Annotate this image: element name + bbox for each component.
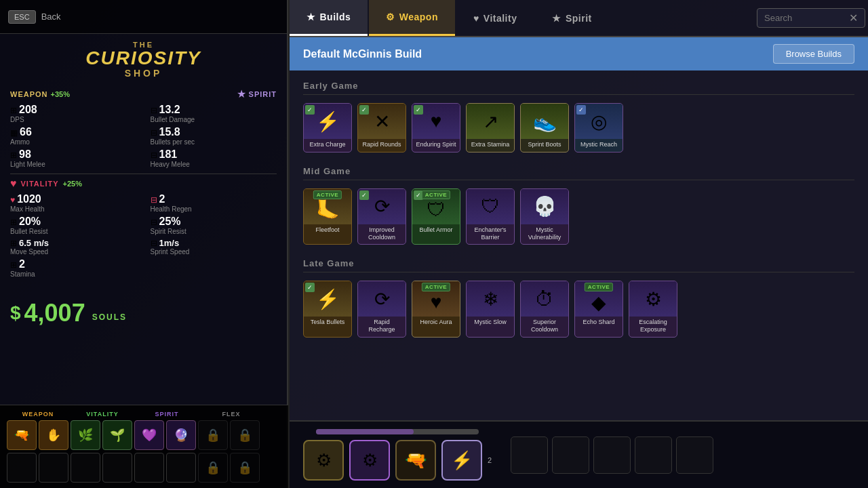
- extra-stamina-icon: ↗: [467, 104, 514, 139]
- vitality-tab-label: Vitality: [484, 13, 517, 24]
- weapon-slot-1[interactable]: 🔫: [7, 420, 37, 450]
- sprint-speed-label: Sprint Speed: [151, 248, 277, 256]
- empty-slot-3[interactable]: [593, 436, 631, 474]
- sprint-speed-value: 1m/s: [159, 238, 180, 248]
- stamina-stat: ⊞ 2 Stamina: [10, 258, 137, 278]
- back-link[interactable]: Back: [41, 12, 61, 22]
- esc-button[interactable]: ESC: [8, 10, 36, 24]
- weapon-empty-slot-1[interactable]: [7, 453, 37, 483]
- vitality-empty-slot-1[interactable]: [71, 453, 100, 483]
- item-tesla-bullets[interactable]: ✓ ⚡ Tesla Bullets: [303, 281, 352, 338]
- item-mystic-reach[interactable]: ✓ ◎ Mystic Reach: [574, 103, 623, 152]
- tab-vitality[interactable]: ♥ Vitality: [456, 0, 534, 36]
- max-health-value: 1020: [17, 193, 41, 205]
- empty-slot-5[interactable]: [676, 436, 713, 474]
- souls-value: 4,007: [24, 299, 85, 327]
- item-enchanters-barrier[interactable]: 🛡 Enchanter's Barrier: [466, 188, 515, 245]
- vitality-category-label: VITALITY: [71, 411, 134, 418]
- souls-amount: $ 4,007 SOULS: [10, 299, 277, 327]
- flex-empty-slot-1[interactable]: 🔒: [198, 453, 228, 483]
- light-melee-value: 98: [19, 148, 31, 161]
- item-enduring-spirit[interactable]: ✓ ♥ Enduring Spirit: [412, 103, 460, 152]
- item-mystic-slow[interactable]: ❄ Mystic Slow: [466, 281, 515, 338]
- action-bar: ⚙ ⚙ 🔫 ⚡ 2: [290, 420, 868, 488]
- action-slot-2[interactable]: ⚙: [349, 440, 390, 481]
- empty-slot-1[interactable]: [511, 436, 548, 474]
- bullet-dmg-stat: ⊟ 13.2 Bullet Damage: [151, 104, 277, 123]
- enchanters-barrier-icon: 🛡: [467, 189, 514, 224]
- tab-spirit[interactable]: ★ Spirit: [535, 0, 608, 36]
- mystic-reach-name: Mystic Reach: [575, 139, 623, 152]
- rapid-recharge-icon: ⟳: [358, 281, 406, 317]
- item-superior-cooldown[interactable]: ⏱ Superior Cooldown: [520, 281, 569, 338]
- item-rapid-rounds[interactable]: ✓ ✕ Rapid Rounds: [357, 103, 406, 152]
- ammo-value: 66: [20, 126, 32, 138]
- item-escalating-exposure[interactable]: ⚙ Escalating Exposure: [629, 281, 677, 338]
- spirit-empty-slot-1[interactable]: [134, 453, 164, 483]
- spirit-label: SPIRIT: [249, 90, 277, 98]
- weapon-tab-label: Weapon: [399, 12, 438, 22]
- stats-divider: [10, 174, 277, 174]
- action-slot-4[interactable]: ⚡: [441, 440, 482, 481]
- panel-divider: [288, 0, 290, 488]
- early-game-items: ✓ ⚡ Extra Charge ✓ ✕ Rapid Rounds ✓ ♥ En…: [303, 103, 854, 152]
- spirit-slot-1[interactable]: 💜: [134, 420, 164, 450]
- spirit-slot-2[interactable]: 🔮: [166, 420, 196, 450]
- item-extra-stamina[interactable]: ↗ Extra Stamina: [466, 103, 515, 152]
- mid-game-header: Mid Game: [303, 166, 854, 180]
- bullet-armor-active-badge: ACTIVE: [422, 190, 450, 199]
- item-heroic-aura[interactable]: ACTIVE ♥ Heroic Aura: [412, 281, 460, 338]
- item-improved-cooldown[interactable]: ✓ ⟳ Improved Cooldown: [357, 188, 406, 245]
- move-speed-value: 6.5 m/s: [19, 238, 49, 248]
- slot-count-label: 2: [488, 456, 492, 464]
- builds-star-icon: ★: [307, 12, 316, 22]
- weapon-label: WEAPON: [10, 90, 48, 98]
- heroic-aura-name: Heroic Aura: [412, 317, 460, 329]
- weapon-stats-header: WEAPON +35% ★ SPIRIT: [10, 87, 277, 100]
- souls-label: SOULS: [92, 312, 127, 322]
- vitality-slot-2[interactable]: 🌱: [102, 420, 132, 450]
- vitality-slot-1[interactable]: 🌿: [71, 420, 100, 450]
- empty-slot-4[interactable]: [635, 436, 672, 474]
- rapid-rounds-name: Rapid Rounds: [358, 139, 406, 152]
- dps-value: 208: [19, 104, 37, 116]
- action-slot-1[interactable]: ⚙: [303, 440, 344, 481]
- early-game-section: Early Game ✓ ⚡ Extra Charge ✓ ✕ Rapid Ro…: [303, 81, 854, 152]
- spirit-resist-stat: ⊟ 25% Spirit Resist: [151, 216, 277, 235]
- item-fleetfoot[interactable]: ACTIVE 🦶 Fleetfoot: [303, 188, 352, 245]
- bullets-per-sec-value: 15.8: [159, 126, 180, 138]
- tab-builds[interactable]: ★ Builds: [290, 0, 368, 36]
- ability-bar: [316, 429, 479, 434]
- enduring-spirit-check: ✓: [414, 105, 423, 115]
- item-mystic-vulnerability[interactable]: 💀 Mystic Vulnerability: [520, 188, 569, 245]
- item-extra-charge[interactable]: ✓ ⚡ Extra Charge: [303, 103, 352, 152]
- empty-slot-2[interactable]: [552, 436, 589, 474]
- browse-builds-button[interactable]: Browse Builds: [773, 44, 854, 64]
- search-box: ✕: [747, 0, 868, 36]
- fleetfoot-active-badge: ACTIVE: [313, 190, 342, 199]
- sprint-boots-name: Sprint Boots: [521, 139, 568, 152]
- build-header: Default McGinnis Build Browse Builds: [290, 37, 868, 70]
- flex-empty-slot-2[interactable]: 🔒: [230, 453, 260, 483]
- bullets-per-sec-stat: ⊟ 15.8 Bullets per sec: [151, 126, 277, 146]
- item-sprint-boots[interactable]: 👟 Sprint Boots: [520, 103, 569, 152]
- weapon-empty-slot-2[interactable]: [39, 453, 68, 483]
- item-echo-shard[interactable]: ACTIVE ◆ Echo Shard: [574, 281, 623, 338]
- weapon-tab-icon: ⚙: [386, 12, 395, 22]
- tab-weapon[interactable]: ⚙ Weapon: [369, 0, 455, 36]
- item-bullet-armor[interactable]: ✓ ACTIVE 🛡 Bullet Armor: [412, 188, 460, 245]
- flex-slot-2[interactable]: 🔒: [230, 420, 260, 450]
- action-slot-3[interactable]: 🔫: [395, 440, 436, 481]
- spirit-empty-slot-2[interactable]: [166, 453, 196, 483]
- late-game-header: Late Game: [303, 258, 854, 272]
- item-rapid-recharge[interactable]: ⟳ Rapid Recharge: [357, 281, 406, 338]
- vitality-empty-slot-2[interactable]: [102, 453, 132, 483]
- stats-section: WEAPON +35% ★ SPIRIT ⊞ 208 DPS ⊟ 13.2: [0, 82, 287, 289]
- bullet-resist-label: Bullet Resist: [10, 228, 137, 235]
- rapid-rounds-check: ✓: [359, 105, 369, 115]
- weapon-slot-2[interactable]: ✋: [39, 420, 68, 450]
- search-clear-icon[interactable]: ✕: [849, 12, 858, 24]
- flex-slot-1[interactable]: 🔒: [198, 420, 228, 450]
- stamina-label: Stamina: [10, 270, 137, 278]
- vitality-tab-icon: ♥: [473, 13, 479, 24]
